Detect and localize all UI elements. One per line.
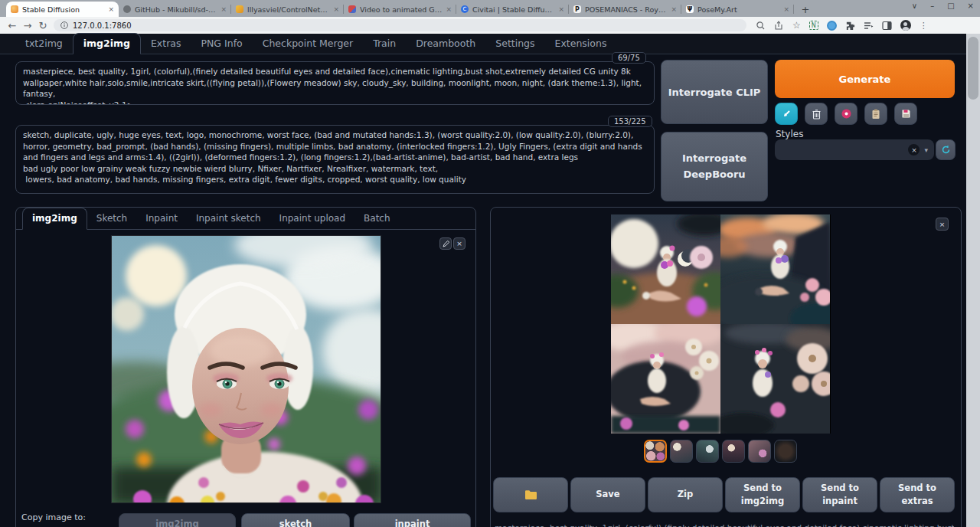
browser-toolbar: ← → ↻ 127.0.0.1:7860 ☆ N ⋮ xyxy=(0,17,980,34)
thumbnail-1[interactable] xyxy=(644,440,667,463)
tab-checkpoint-merger[interactable]: Checkpoint Merger xyxy=(253,34,363,54)
browser-tab-title: Civitai | Stable Diffusion model xyxy=(472,5,554,14)
gallery-image-3[interactable] xyxy=(611,324,720,434)
webui-nav-tabs: txt2img img2img Extras PNG Info Checkpoi… xyxy=(0,34,966,54)
profile-avatar[interactable] xyxy=(900,20,911,31)
gallery-grid-image[interactable] xyxy=(611,214,831,434)
url-bar[interactable]: 127.0.0.1:7860 xyxy=(54,19,746,31)
tab-search-caret-icon[interactable]: ∨ xyxy=(912,2,917,10)
preview-toolbar: × xyxy=(439,237,466,250)
back-icon[interactable]: ← xyxy=(5,20,20,31)
paste-generation-params-button[interactable] xyxy=(775,103,798,125)
blue-extension-icon[interactable] xyxy=(827,21,837,31)
zoom-icon[interactable] xyxy=(756,21,766,31)
gallery-image-4[interactable] xyxy=(720,324,830,434)
save-button[interactable]: Save xyxy=(570,477,645,512)
output-gallery-panel: × xyxy=(490,207,962,527)
window-controls: ∨ – □ × xyxy=(912,2,974,10)
interrogate-clip-button[interactable]: Interrogate CLIP xyxy=(661,60,768,124)
negative-prompt-input[interactable]: sketch, duplicate, ugly, huge eyes, text… xyxy=(15,125,655,194)
generate-button[interactable]: Generate xyxy=(775,60,955,98)
toolbar-icons: ☆ N ⋮ xyxy=(756,20,928,31)
browser-tab-posemyart[interactable]: Ψ PoseMy.Art × xyxy=(681,2,794,17)
browser-tab-github[interactable]: GitHub - Mikubill/sd-webui-con × xyxy=(119,2,231,17)
window-minimize-icon[interactable]: – xyxy=(930,2,934,10)
tab-close-icon[interactable]: × xyxy=(558,5,564,13)
tab-close-icon[interactable]: × xyxy=(446,5,452,13)
browser-tab-stable-diffusion[interactable]: Stable Diffusion × xyxy=(6,2,119,17)
share-icon[interactable] xyxy=(774,21,784,31)
tab-extensions[interactable]: Extensions xyxy=(545,34,617,54)
browser-tab-controlnet[interactable]: lllyasviel/ControlNet at main × xyxy=(231,2,344,17)
tab-train[interactable]: Train xyxy=(363,34,406,54)
scrollbar-thumb[interactable] xyxy=(968,37,978,100)
zip-button[interactable]: Zip xyxy=(648,477,723,512)
gallery-image-1[interactable] xyxy=(611,214,720,324)
browser-tab-gif-converter[interactable]: Video to animated GIF converter × xyxy=(344,2,456,17)
new-tab-button[interactable]: + xyxy=(799,2,812,16)
tab-close-icon[interactable]: × xyxy=(220,5,227,13)
site-info-icon[interactable] xyxy=(60,21,68,29)
send-to-inpaint-button[interactable]: Send to inpaint xyxy=(802,477,877,512)
gallery-close-button[interactable]: × xyxy=(936,218,949,231)
window-close-icon[interactable]: × xyxy=(968,2,974,10)
side-panel-icon[interactable] xyxy=(882,21,892,31)
tab-close-icon[interactable]: × xyxy=(671,5,677,13)
send-to-img2img-button[interactable]: Send to img2img xyxy=(725,477,800,512)
thumbnail-5[interactable] xyxy=(748,440,771,463)
prompt-input[interactable]: masterpiece, best quality, 1girl, (color… xyxy=(15,61,655,105)
styles-dropdown[interactable]: × ▾ xyxy=(775,139,934,160)
source-image-preview[interactable] xyxy=(111,235,381,503)
browser-tab-title: GitHub - Mikubill/sd-webui-con xyxy=(135,5,217,14)
tab-settings[interactable]: Settings xyxy=(485,34,544,54)
browser-tab-civitai[interactable]: C Civitai | Stable Diffusion model × xyxy=(456,2,569,17)
extra-networks-button[interactable] xyxy=(835,103,858,125)
bookmark-star-icon[interactable]: ☆ xyxy=(792,20,801,31)
gallery-image-2[interactable] xyxy=(720,214,830,324)
tab-img2img[interactable]: img2img xyxy=(73,33,141,54)
reading-list-icon[interactable] xyxy=(864,21,874,31)
styles-clear-icon[interactable]: × xyxy=(908,144,920,155)
tab-close-icon[interactable]: × xyxy=(108,5,114,13)
clear-prompt-button[interactable] xyxy=(805,103,828,125)
copy-to-inpaint-button[interactable]: inpaint xyxy=(354,513,471,527)
clear-image-button[interactable]: × xyxy=(453,237,466,250)
extensions-puzzle-icon[interactable] xyxy=(845,21,855,31)
reload-icon[interactable]: ↻ xyxy=(35,20,51,31)
thumbnail-3[interactable] xyxy=(696,440,719,463)
gallery-thumbnails xyxy=(644,440,797,463)
tab-dreambooth[interactable]: Dreambooth xyxy=(406,34,485,54)
open-folder-button[interactable] xyxy=(493,477,568,512)
browser-menu-dots-icon[interactable]: ⋮ xyxy=(920,21,928,31)
apply-style-button[interactable] xyxy=(864,103,887,125)
browser-tab-posemaniacs[interactable]: P POSEMANIACS - Royalty free 3 × xyxy=(569,2,681,17)
send-to-extras-button[interactable]: Send to extras xyxy=(880,477,955,512)
interrogate-deepbooru-button[interactable]: Interrogate DeepBooru xyxy=(661,132,768,201)
tab-txt2img[interactable]: txt2img xyxy=(15,34,73,54)
tab-close-icon[interactable]: × xyxy=(783,5,789,13)
window-maximize-icon[interactable]: □ xyxy=(947,2,954,10)
posemyart-favicon: Ψ xyxy=(686,5,694,13)
save-style-button[interactable] xyxy=(894,103,917,125)
browser-tab-title: PoseMy.Art xyxy=(697,5,779,14)
subtab-img2img[interactable]: img2img xyxy=(22,208,87,230)
edit-image-button[interactable] xyxy=(439,237,452,250)
subtab-batch[interactable]: Batch xyxy=(354,208,400,229)
thumbnail-4[interactable] xyxy=(722,440,745,463)
tab-close-icon[interactable]: × xyxy=(333,5,339,13)
generation-info-text: masterpiece, best quality, 1girl, (color… xyxy=(495,523,954,527)
copy-to-sketch-button[interactable]: sketch xyxy=(241,513,350,527)
subtab-inpaint-upload[interactable]: Inpaint upload xyxy=(270,208,354,229)
thumbnail-2[interactable] xyxy=(670,440,693,463)
subtab-inpaint-sketch[interactable]: Inpaint sketch xyxy=(187,208,270,229)
forward-icon[interactable]: → xyxy=(20,20,35,31)
notion-extension-icon[interactable]: N xyxy=(809,21,818,30)
page-scrollbar[interactable] xyxy=(966,34,980,527)
tab-extras[interactable]: Extras xyxy=(141,34,191,54)
refresh-styles-button[interactable] xyxy=(936,139,956,160)
tab-png-info[interactable]: PNG Info xyxy=(191,34,252,54)
subtab-sketch[interactable]: Sketch xyxy=(87,208,136,229)
copy-to-img2img-button[interactable]: img2img xyxy=(119,513,236,527)
subtab-inpaint[interactable]: Inpaint xyxy=(136,208,187,229)
thumbnail-6[interactable] xyxy=(774,440,797,463)
